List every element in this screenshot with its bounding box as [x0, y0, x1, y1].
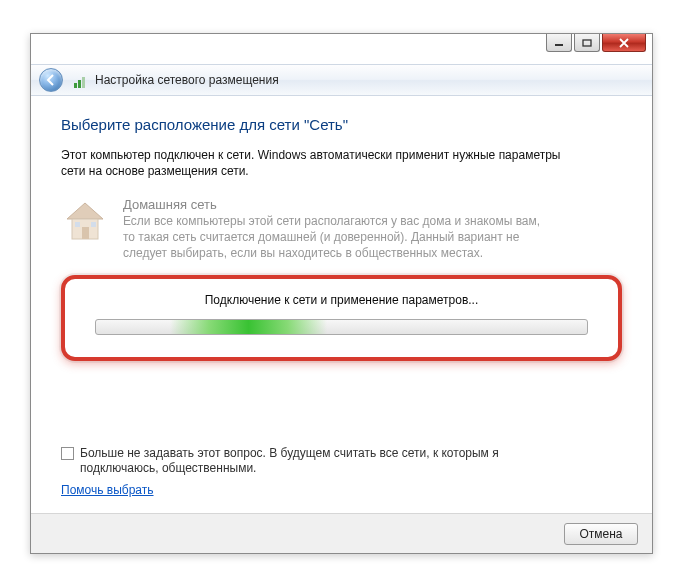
page-description: Этот компьютер подключен к сети. Windows…	[61, 147, 581, 179]
home-network-text: Домашняя сеть Если все компьютеры этой с…	[123, 197, 553, 261]
svg-rect-0	[555, 44, 563, 46]
dialog-window: Настройка сетевого размещения Выберите р…	[30, 33, 653, 554]
page-heading: Выберите расположение для сети "Сеть"	[61, 116, 622, 133]
svg-rect-4	[82, 227, 89, 239]
maximize-button[interactable]	[574, 34, 600, 52]
close-button[interactable]	[602, 34, 646, 52]
home-network-desc: Если все компьютеры этой сети располагаю…	[123, 214, 553, 261]
home-network-title: Домашняя сеть	[123, 197, 553, 212]
svg-rect-6	[91, 222, 96, 227]
dont-ask-label: Больше не задавать этот вопрос. В будуще…	[80, 446, 520, 477]
dialog-header: Настройка сетевого размещения	[31, 64, 652, 96]
progress-bar-track	[95, 319, 588, 335]
svg-rect-5	[75, 222, 80, 227]
minimize-button[interactable]	[546, 34, 572, 52]
checkbox-icon[interactable]	[61, 447, 74, 460]
home-network-option: Домашняя сеть Если все компьютеры этой с…	[61, 197, 622, 261]
back-button[interactable]	[39, 68, 63, 92]
svg-marker-2	[67, 203, 103, 219]
cancel-button[interactable]: Отмена	[564, 523, 638, 545]
progress-bar-fill	[170, 320, 327, 334]
help-link[interactable]: Помочь выбрать	[61, 483, 154, 497]
dialog-footer: Отмена	[31, 513, 652, 553]
progress-panel: Подключение к сети и применение параметр…	[61, 275, 622, 361]
dont-ask-checkbox-row[interactable]: Больше не задавать этот вопрос. В будуще…	[61, 446, 622, 477]
network-icon	[71, 72, 87, 88]
dialog-title: Настройка сетевого размещения	[95, 73, 279, 87]
svg-rect-1	[583, 40, 591, 46]
bottom-options: Больше не задавать этот вопрос. В будуще…	[61, 446, 622, 497]
window-controls	[546, 34, 646, 52]
progress-label: Подключение к сети и применение параметр…	[95, 293, 588, 307]
house-icon	[61, 197, 109, 245]
